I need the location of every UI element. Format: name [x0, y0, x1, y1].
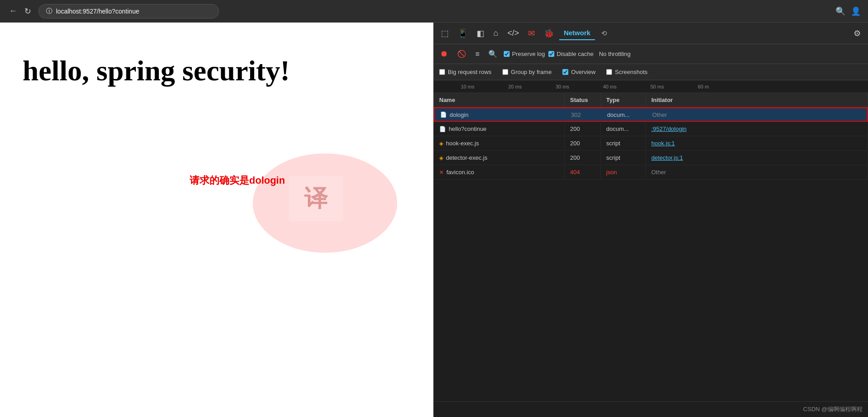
td-initiator[interactable]: detector.js:1 [646, 152, 868, 164]
doc-icon: 📄 [439, 126, 446, 132]
page-heading: hello, spring security! [23, 54, 411, 88]
row-name: dologin [450, 111, 469, 118]
inspect-icon[interactable]: ⬚ [437, 26, 452, 41]
disable-cache-label: Disable cache [557, 51, 594, 57]
console-icon[interactable]: ✉ [525, 26, 538, 41]
th-initiator: Initiator [646, 93, 868, 107]
address-bar[interactable]: ⓘ localhost:9527/hello?continue [38, 4, 219, 19]
table-row[interactable]: ◈ detector-exec.js 200 script detector.j… [434, 151, 868, 165]
devtools-panel: ⬚ 📱 ◧ ⌂ </> ✉ 🐞 Network ⟲ ⚙ ⏺ 🚫 ≡ 🔍 Pres… [433, 23, 868, 417]
table-row[interactable]: 📄 dologin 302 docum... Other [434, 107, 868, 122]
annotation-text: 请求的确实是dologin [190, 174, 285, 187]
script-icon: ◈ [439, 140, 443, 147]
td-name: 📄 dologin [435, 109, 566, 121]
code-icon[interactable]: </> [504, 26, 523, 41]
ruler-mark-60: 60 m [698, 84, 709, 89]
sidebar-icon[interactable]: ◧ [473, 26, 488, 41]
td-type: script [601, 152, 646, 164]
row-name: hook-exec.js [446, 140, 479, 147]
table-row[interactable]: ✕ favicon.ico 404 json Other [434, 165, 868, 180]
preserve-log-label: Preserve log [512, 51, 545, 57]
clear-button[interactable]: 🚫 [455, 48, 469, 60]
devtools-footer: CSDN @编啊编程啊程 [434, 401, 868, 417]
big-request-rows-option[interactable]: Big request rows [439, 69, 492, 75]
th-type: Type [601, 93, 646, 107]
network-controls: ⏺ 🚫 ≡ 🔍 Preserve log Disable cache No th… [434, 44, 868, 64]
group-by-frame-checkbox[interactable] [502, 69, 508, 75]
preserve-log-checkbox[interactable]: Preserve log [504, 51, 545, 57]
td-initiator: Other [647, 109, 867, 121]
ruler-mark-30: 30 ms [556, 84, 569, 89]
search-button[interactable]: 🔍 [486, 48, 500, 60]
ruler-mark-50: 50 ms [650, 84, 664, 89]
td-status: 302 [566, 109, 602, 121]
back-button[interactable]: ← [7, 5, 19, 18]
disable-cache-checkbox[interactable]: Disable cache [548, 51, 594, 57]
td-initiator: Other [646, 166, 868, 178]
webpage: hello, spring security! 译 请求的确实是dologin [0, 23, 433, 417]
home-icon[interactable]: ⌂ [490, 26, 502, 41]
watermark-text: CSDN @编啊编程啊程 [803, 406, 863, 412]
group-by-frame-label: Group by frame [511, 69, 552, 75]
devtools-toolbar: ⬚ 📱 ◧ ⌂ </> ✉ 🐞 Network ⟲ ⚙ [434, 23, 868, 44]
td-type: docum... [602, 109, 647, 121]
no-throttling-label: No throttling [599, 51, 631, 57]
browser-actions: 🔍 👤 [836, 6, 861, 16]
filter-button[interactable]: ≡ [473, 48, 482, 60]
screenshots-checkbox[interactable] [606, 69, 612, 75]
table-header: Name Status Type Initiator [434, 93, 868, 107]
big-request-rows-label: Big request rows [448, 69, 492, 75]
td-status: 200 [565, 152, 601, 164]
record-button[interactable]: ⏺ [437, 47, 451, 60]
address-text: localhost:9527/hello?continue [56, 8, 139, 15]
profile-button[interactable]: 👤 [851, 6, 861, 16]
doc-icon: 📄 [440, 111, 447, 118]
ruler-mark-20: 20 ms [508, 84, 522, 89]
td-type: script [601, 137, 646, 149]
td-status: 200 [565, 137, 601, 149]
overview-checkbox[interactable] [562, 69, 568, 75]
nav-buttons: ← ↻ [7, 5, 33, 18]
td-status: 200 [565, 123, 601, 135]
table-row[interactable]: 📄 hello?continue 200 docum... :9527/dolo… [434, 122, 868, 136]
th-status: Status [565, 93, 601, 107]
td-type: json [601, 166, 646, 178]
main-area: hello, spring security! 译 请求的确实是dologin … [0, 23, 868, 417]
network-tab[interactable]: Network [559, 26, 595, 40]
td-name: ◈ detector-exec.js [434, 152, 565, 164]
preserve-log-input[interactable] [504, 51, 510, 57]
row-name: hello?continue [449, 125, 487, 132]
disable-cache-input[interactable] [548, 51, 554, 57]
screenshots-option[interactable]: Screenshots [606, 69, 647, 75]
ruler-mark-10: 10 ms [461, 84, 474, 89]
td-initiator[interactable]: :9527/dologin [646, 123, 868, 135]
mobile-icon[interactable]: 📱 [454, 26, 471, 41]
debug-icon[interactable]: 🐞 [540, 26, 557, 41]
browser-chrome: ← ↻ ⓘ localhost:9527/hello?continue 🔍 👤 [0, 0, 868, 23]
overview-option[interactable]: Overview [562, 69, 595, 75]
th-name: Name [434, 93, 565, 107]
script-icon: ◈ [439, 155, 443, 161]
screenshots-label: Screenshots [615, 69, 647, 75]
overview-label: Overview [571, 69, 595, 75]
network-table: Name Status Type Initiator 📄 dologin 302… [434, 93, 868, 401]
reload-button[interactable]: ↻ [23, 5, 33, 18]
td-name: 📄 hello?continue [434, 123, 565, 135]
extra-tab[interactable]: ⟲ [597, 27, 612, 40]
ruler-mark-40: 40 ms [603, 84, 617, 89]
info-icon: ⓘ [46, 7, 52, 15]
settings-icon[interactable]: ⚙ [850, 26, 864, 41]
translate-icon: 译 [289, 176, 343, 221]
td-initiator[interactable]: hook.js:1 [646, 137, 868, 149]
error-icon: ✕ [439, 169, 444, 176]
group-by-frame-option[interactable]: Group by frame [502, 69, 552, 75]
row-name: favicon.ico [446, 169, 474, 176]
table-row[interactable]: ◈ hook-exec.js 200 script hook.js:1 [434, 136, 868, 151]
row-name: detector-exec.js [446, 154, 487, 161]
td-status: 404 [565, 166, 601, 178]
td-name: ◈ hook-exec.js [434, 137, 565, 149]
big-request-rows-checkbox[interactable] [439, 69, 445, 75]
td-name: ✕ favicon.ico [434, 166, 565, 178]
timeline-ruler: 10 ms 20 ms 30 ms 40 ms 50 ms 60 m [434, 80, 868, 93]
search-button[interactable]: 🔍 [836, 6, 845, 16]
